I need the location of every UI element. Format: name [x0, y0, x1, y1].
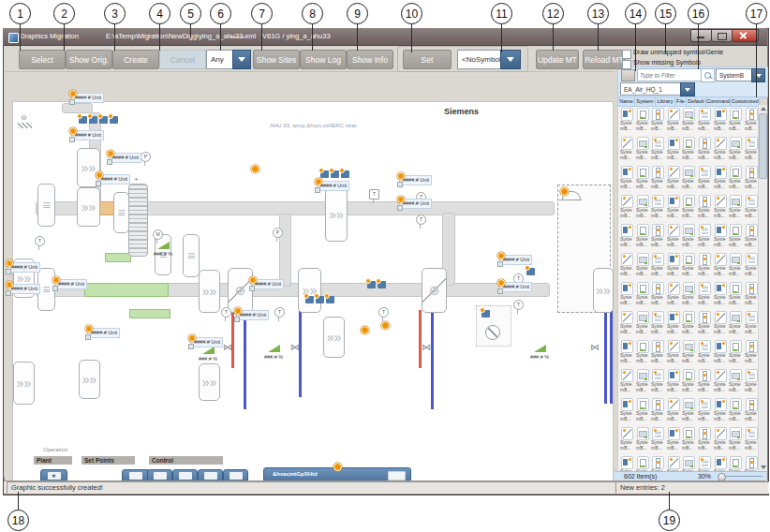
symbol-cell[interactable]: SystemB...	[635, 222, 650, 251]
symbol-cell[interactable]: SystemB...	[650, 367, 665, 396]
symbol-cell[interactable]: SystemB...	[619, 222, 634, 251]
symbol-cell[interactable]: SystemB...	[666, 454, 681, 471]
symbol-cell[interactable]: SystemB...	[713, 338, 728, 367]
symbol-cell[interactable]: SystemB...	[650, 135, 665, 164]
symbol-cell[interactable]: SystemB...	[650, 251, 665, 280]
symbol-cell[interactable]: SystemB...	[713, 454, 728, 471]
button-set[interactable]: Set	[403, 50, 452, 69]
unit-label-chip[interactable]: #### # Unit	[71, 93, 104, 103]
mapped-symbol-box[interactable]	[341, 170, 349, 178]
symbol-cell[interactable]: SystemB...	[728, 280, 743, 309]
symbol-cell[interactable]: SystemB...	[728, 338, 743, 367]
maximize-button[interactable]	[711, 29, 733, 42]
symbol-cell[interactable]: SystemB...	[681, 106, 696, 135]
symbol-cell[interactable]: SystemB...	[619, 309, 634, 338]
symbol-cell[interactable]: SystemB...	[619, 280, 634, 309]
symbol-cell[interactable]: SystemB...	[697, 454, 712, 471]
symbol-cell[interactable]: SystemB...	[635, 396, 650, 425]
symbol-cell[interactable]: SystemB...	[744, 251, 759, 280]
symbol-cell[interactable]: SystemB...	[681, 454, 696, 471]
symbol-cell[interactable]: SystemB...	[681, 164, 696, 193]
symbol-cell[interactable]: SystemB...	[619, 106, 634, 135]
mapped-symbol-box[interactable]	[99, 116, 108, 124]
symbol-cell[interactable]: SystemB...	[681, 251, 696, 280]
symbol-cell[interactable]: SystemB...	[635, 251, 650, 280]
symbol-cell[interactable]: SystemB...	[744, 367, 759, 396]
unit-label-chip[interactable]: ####.# Unit	[7, 262, 40, 273]
symbol-cell[interactable]: SystemB...	[635, 454, 650, 471]
button-select[interactable]: Select	[19, 50, 66, 69]
symbol-cell[interactable]: SystemB...	[635, 338, 650, 367]
symbol-cell[interactable]: SystemB...	[619, 338, 634, 367]
symbol-cell[interactable]: SystemB...	[666, 338, 681, 367]
symbol-cell[interactable]: SystemB...	[619, 164, 634, 193]
symbol-cell[interactable]: SystemB...	[666, 396, 681, 425]
symbol-cell[interactable]: SystemB...	[728, 309, 743, 338]
symbol-cell[interactable]: SystemB...	[744, 309, 759, 338]
symbol-cell[interactable]: SystemB...	[635, 367, 650, 396]
symbol-cell[interactable]: SystemB...	[697, 396, 712, 425]
symbol-cell[interactable]: SystemB...	[713, 164, 728, 193]
panel-small-button[interactable]	[621, 69, 635, 81]
symbol-cell[interactable]: SystemB...	[744, 280, 759, 309]
symbol-cell[interactable]: SystemB...	[635, 193, 650, 222]
symbol-cell[interactable]: SystemB...	[666, 367, 681, 396]
mapped-symbol-box[interactable]	[378, 281, 386, 288]
symbol-cell[interactable]: SystemB...	[681, 193, 696, 222]
symbol-cell[interactable]: SystemB...	[681, 338, 696, 367]
symbol-cell[interactable]: SystemB...	[650, 338, 665, 367]
symbol-cell[interactable]: SystemB...	[650, 106, 665, 135]
symbol-cell[interactable]: SystemB...	[650, 396, 665, 425]
filter-type-dropdown-arrow[interactable]	[232, 50, 251, 69]
symbol-cell[interactable]: SystemB...	[744, 454, 759, 471]
symbol-cell[interactable]: SystemB...	[744, 425, 759, 454]
mapped-symbol-box[interactable]	[526, 268, 535, 275]
symbol-cell[interactable]: SystemB...	[728, 425, 743, 454]
zoom-slider-track[interactable]	[721, 476, 763, 477]
symbol-cell[interactable]: SystemB...	[728, 396, 743, 425]
show-missing-checkbox[interactable]	[622, 60, 631, 69]
library-dropdown-arrow[interactable]	[680, 82, 695, 96]
mapped-symbol-box[interactable]	[316, 296, 324, 303]
symbol-cell[interactable]: SystemB...	[697, 367, 712, 396]
button-show-orig[interactable]: Show Orig.	[66, 50, 112, 69]
library-dropdown[interactable]: EA_Air_HQ_1	[620, 82, 684, 96]
symbol-cell[interactable]: SystemB...	[635, 280, 650, 309]
symbol-cell[interactable]: SystemB...	[744, 396, 759, 425]
symbol-cell[interactable]: SystemB...	[681, 135, 696, 164]
symbol-cell[interactable]: SystemB...	[728, 135, 743, 164]
symbol-cell[interactable]: SystemB...	[728, 454, 743, 471]
symbol-cell[interactable]: SystemB...	[681, 309, 696, 338]
symbol-cell[interactable]: SystemB...	[728, 193, 743, 222]
column-header-system[interactable]: System	[634, 96, 656, 107]
mapped-symbol-box[interactable]	[331, 170, 339, 178]
unit-label-chip[interactable]: ####.# Unit	[87, 328, 120, 338]
symbol-cell[interactable]: SystemB...	[619, 135, 634, 164]
unit-label-chip[interactable]: ####.# Unit	[317, 181, 349, 191]
symbol-dropdown[interactable]: <NoSymbol>	[457, 50, 504, 69]
symbol-cell[interactable]: SystemB...	[744, 164, 759, 193]
column-header-name[interactable]: Name	[617, 96, 635, 107]
symbol-cell[interactable]: SystemB...	[697, 425, 712, 454]
symbol-cell[interactable]: SystemB...	[697, 135, 712, 164]
symbol-cell[interactable]: SystemB...	[728, 222, 743, 251]
system-dropdown-arrow[interactable]	[751, 68, 765, 82]
symbol-cell[interactable]: SystemB...	[697, 338, 712, 367]
symbol-cell[interactable]: SystemB...	[666, 309, 681, 338]
symbol-cell[interactable]: SystemB...	[619, 396, 634, 425]
button-reload-mt[interactable]: Reload MT	[583, 50, 626, 69]
unit-label-chip[interactable]: ####.# Unit	[499, 282, 532, 292]
symbol-cell[interactable]: SystemB...	[713, 251, 728, 280]
symbol-cell[interactable]: SystemB...	[744, 338, 759, 367]
symbol-cell[interactable]: SystemB...	[744, 193, 759, 222]
symbol-cell[interactable]: SystemB...	[697, 222, 712, 251]
symbol-cell[interactable]: SystemB...	[666, 164, 681, 193]
scroll-up-icon[interactable]	[761, 107, 766, 111]
minimize-button[interactable]	[690, 29, 712, 42]
mapped-symbol-box[interactable]	[320, 170, 329, 178]
close-button[interactable]	[732, 29, 759, 42]
symbol-cell[interactable]: SystemB...	[619, 367, 634, 396]
symbol-cell[interactable]: SystemB...	[650, 454, 665, 471]
button-create[interactable]: Create	[112, 50, 159, 69]
scroll-down-icon[interactable]	[761, 466, 766, 469]
